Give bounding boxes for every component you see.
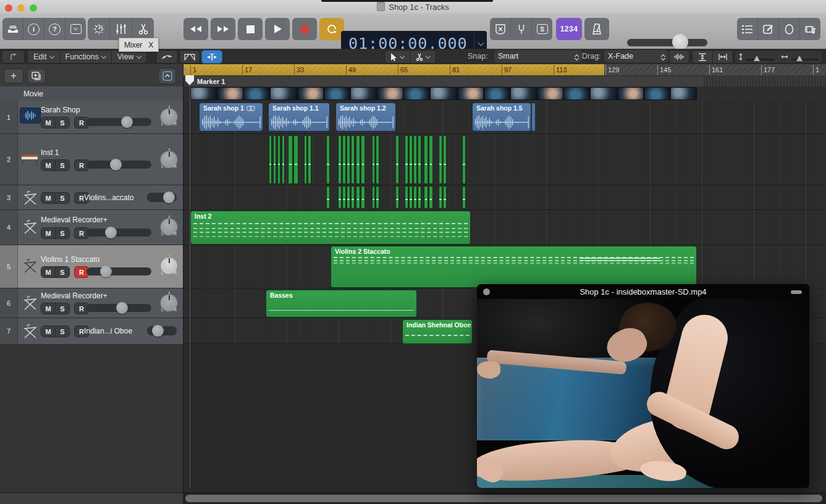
track-header-6[interactable]: 6 Medieval Recorder+ MS R LR	[0, 288, 183, 318]
marker-region[interactable]: Marker 1	[190, 75, 704, 87]
scrollbar-thumb[interactable]	[185, 495, 822, 502]
mute-button[interactable]: M	[41, 117, 55, 128]
panel-divider[interactable]	[183, 64, 183, 492]
midi-region-slice[interactable]	[269, 135, 272, 184]
solo-mode-button[interactable]: S	[532, 18, 552, 40]
midi-region-slice[interactable]	[304, 135, 307, 184]
track-name[interactable]: Sarah Shop	[41, 106, 80, 114]
view-menu[interactable]: View	[112, 51, 146, 63]
track-volume-slider[interactable]	[147, 326, 177, 335]
play-button[interactable]	[265, 18, 290, 40]
drag-select[interactable]: X-Fade	[604, 50, 668, 62]
midi-region-slice[interactable]	[351, 135, 355, 184]
solo-button[interactable]: S	[55, 303, 69, 314]
midi-region-slice[interactable]	[361, 135, 365, 184]
master-volume-thumb[interactable]	[672, 34, 688, 50]
video-titlebar[interactable]: Shop 1c - insideboxmaster-SD.mp4	[477, 284, 809, 299]
midi-region-slice[interactable]	[418, 135, 421, 184]
midi-region-slice[interactable]	[395, 135, 399, 184]
midi-region-slice[interactable]	[356, 186, 360, 209]
midi-region-slice[interactable]	[351, 186, 355, 209]
solo-button[interactable]: S	[55, 228, 69, 238]
horizontal-zoom-thumb[interactable]	[796, 56, 803, 61]
volume-thumb[interactable]	[100, 266, 112, 277]
track-volume-slider[interactable]	[86, 161, 151, 169]
midi-region-slice[interactable]	[361, 186, 365, 209]
count-in-button[interactable]: 1234	[556, 18, 582, 40]
midi-region-slice[interactable]	[326, 135, 330, 184]
master-volume-slider[interactable]	[627, 39, 707, 46]
midi-region-slice[interactable]	[308, 135, 311, 184]
editors-button[interactable]	[132, 18, 154, 40]
audio-region[interactable]: Sarah shop 1.2	[335, 103, 396, 132]
secondary-tool-menu[interactable]	[410, 51, 436, 63]
pan-knob[interactable]: LR	[160, 257, 178, 275]
track-volume-slider[interactable]	[86, 304, 151, 312]
midi-region-slice[interactable]	[338, 186, 342, 209]
midi-region-slice[interactable]	[424, 135, 428, 184]
record-button[interactable]	[292, 18, 317, 40]
horizontal-auto-zoom-button[interactable]	[713, 51, 733, 63]
volume-thumb[interactable]	[116, 302, 128, 314]
midi-region-slice[interactable]	[443, 135, 447, 184]
mute-button[interactable]: M	[41, 228, 55, 238]
track-volume-slider[interactable]	[147, 193, 177, 202]
midi-region-slice[interactable]	[288, 135, 293, 184]
mixer-button[interactable]	[110, 18, 132, 40]
solo-button[interactable]: S	[55, 193, 69, 203]
midi-region-slice[interactable]	[326, 186, 330, 209]
track-name[interactable]: Medieval Recorder+	[41, 216, 107, 224]
bar-ruler[interactable]: 1 17 33 49 65 81 97 113 129 145 161 177 …	[183, 64, 826, 75]
vertical-zoom-track[interactable]	[746, 59, 773, 61]
solo-button[interactable]: S	[55, 267, 69, 277]
track-header-1[interactable]: 1 Sarah Shop MS R LR	[0, 101, 183, 134]
pan-knob[interactable]: LR	[160, 218, 178, 236]
pan-knob[interactable]: LR	[160, 294, 178, 312]
volume-thumb[interactable]	[110, 159, 122, 170]
crossfade-button[interactable]	[179, 50, 200, 64]
video-window[interactable]: Shop 1c - insideboxmaster-SD.mp4	[477, 284, 809, 488]
midi-region-slice[interactable]	[376, 186, 379, 209]
volume-thumb[interactable]	[105, 227, 117, 238]
midi-region-slice[interactable]	[443, 186, 447, 209]
midi-region-slice[interactable]	[405, 186, 408, 209]
edit-menu[interactable]: Edit	[28, 51, 60, 63]
movie-filmstrip[interactable]	[190, 87, 697, 100]
automation-button[interactable]	[156, 50, 178, 64]
track-volume-slider[interactable]	[86, 267, 151, 275]
horizontal-zoom-slider[interactable]	[777, 51, 822, 63]
midi-region-slice[interactable]	[338, 135, 342, 184]
track-header-3[interactable]: 3 MS R Violins...accato	[0, 185, 183, 210]
track-header-7[interactable]: 7 MS R Indian...i Oboe	[0, 318, 183, 345]
track-header-4[interactable]: 4 Medieval Recorder+ MS R LR	[0, 210, 183, 245]
midi-region-slice[interactable]	[342, 186, 346, 209]
library-button[interactable]	[2, 18, 23, 40]
track-header-5[interactable]: 5 Violins 1 Staccato MS R LR	[0, 245, 183, 288]
audio-region[interactable]: Sarah shop 1	[199, 103, 263, 132]
solo-button[interactable]: S	[55, 160, 69, 170]
midi-region[interactable]: Violins 2 Staccato	[331, 246, 697, 288]
midi-region-slice[interactable]	[273, 135, 276, 184]
loop-browser-button[interactable]	[779, 18, 800, 40]
midi-region-slice[interactable]	[405, 135, 408, 184]
midi-region-slice[interactable]	[356, 135, 360, 184]
pan-knob[interactable]: LR	[160, 108, 178, 126]
solo-button[interactable]: S	[55, 117, 69, 128]
midi-region-slice[interactable]	[439, 135, 442, 184]
midi-region-slice[interactable]	[462, 186, 466, 209]
track-name[interactable]: Medieval Recorder+	[41, 292, 107, 300]
global-tracks-toggle[interactable]	[158, 68, 176, 84]
track-list-empty-area[interactable]	[0, 344, 183, 492]
inspector-button[interactable]: i	[23, 18, 44, 40]
midi-region-slice[interactable]	[282, 135, 285, 184]
quick-help-button[interactable]: ?	[44, 18, 65, 40]
rewind-button[interactable]	[183, 18, 208, 40]
midi-region[interactable]: Indian Shehnai Oboe	[402, 319, 473, 344]
audio-region-fragment[interactable]	[532, 103, 535, 131]
midi-region-slice[interactable]	[429, 186, 433, 209]
duplicate-track-button[interactable]	[27, 69, 46, 83]
snap-select[interactable]: Smart	[494, 50, 582, 62]
waveform-zoom-button[interactable]	[668, 50, 689, 64]
tuner-button[interactable]	[511, 18, 532, 40]
vertical-zoom-thumb[interactable]	[754, 56, 760, 61]
